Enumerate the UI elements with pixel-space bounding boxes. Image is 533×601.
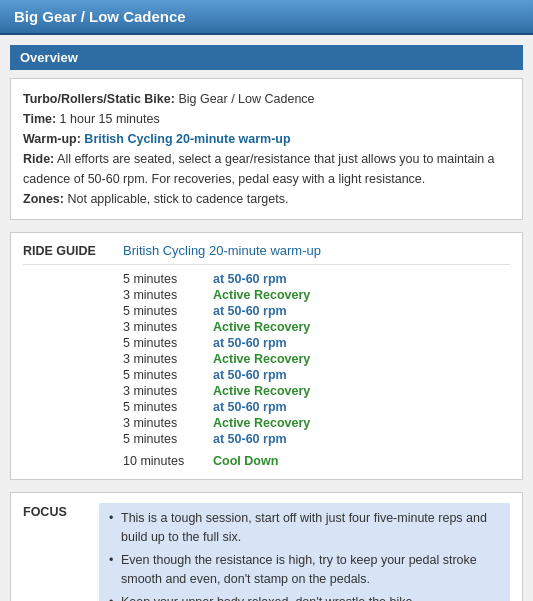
schedule-activity: Active Recovery <box>213 352 310 366</box>
schedule-activity: at 50-60 rpm <box>213 400 287 414</box>
schedule-list: 5 minutesat 50-60 rpm3 minutesActive Rec… <box>23 271 510 447</box>
bike-type-label: Turbo/Rollers/Static Bike: <box>23 92 175 106</box>
ride-guide-label: RIDE GUIDE <box>23 244 103 258</box>
overview-bike-line: Turbo/Rollers/Static Bike: Big Gear / Lo… <box>23 89 510 109</box>
cooldown-row: 10 minutes Cool Down <box>23 453 510 469</box>
ride-guide-warmup-link[interactable]: British Cycling 20-minute warm-up <box>123 243 321 258</box>
schedule-activity: Active Recovery <box>213 288 310 302</box>
schedule-activity: at 50-60 rpm <box>213 304 287 318</box>
schedule-time: 3 minutes <box>123 288 213 302</box>
schedule-time: 3 minutes <box>123 384 213 398</box>
focus-label: FOCUS <box>23 503 83 601</box>
schedule-row: 5 minutesat 50-60 rpm <box>123 303 510 319</box>
overview-box: Turbo/Rollers/Static Bike: Big Gear / Lo… <box>10 78 523 220</box>
schedule-row: 3 minutesActive Recovery <box>123 319 510 335</box>
focus-content: This is a tough session, start off with … <box>99 503 510 601</box>
schedule-time: 5 minutes <box>123 272 213 286</box>
ride-label: Ride: <box>23 152 54 166</box>
ride-text: All efforts are seated, select a gear/re… <box>23 152 495 186</box>
schedule-activity: at 50-60 rpm <box>213 336 287 350</box>
schedule-time: 3 minutes <box>123 352 213 366</box>
schedule-row: 5 minutesat 50-60 rpm <box>123 335 510 351</box>
ride-guide-section: RIDE GUIDE British Cycling 20-minute war… <box>10 232 523 480</box>
schedule-time: 5 minutes <box>123 368 213 382</box>
time-label: Time: <box>23 112 56 126</box>
schedule-time: 3 minutes <box>123 416 213 430</box>
focus-point: Keep your upper body relaxed, don't wres… <box>107 593 502 602</box>
overview-section: Overview Turbo/Rollers/Static Bike: Big … <box>10 45 523 220</box>
cooldown-schedule-row: 10 minutes Cool Down <box>123 453 510 469</box>
schedule-row: 3 minutesActive Recovery <box>123 351 510 367</box>
focus-row: FOCUS This is a tough session, start off… <box>23 503 510 601</box>
schedule-time: 5 minutes <box>123 432 213 446</box>
overview-ride-line: Ride: All efforts are seated, select a g… <box>23 149 510 189</box>
schedule-row: 5 minutesat 50-60 rpm <box>123 431 510 447</box>
overview-header: Overview <box>10 45 523 70</box>
schedule-row: 3 minutesActive Recovery <box>123 383 510 399</box>
detail-section: FOCUS This is a tough session, start off… <box>10 492 523 601</box>
schedule-activity: at 50-60 rpm <box>213 368 287 382</box>
focus-list: This is a tough session, start off with … <box>107 509 502 601</box>
schedule-activity: at 50-60 rpm <box>213 432 287 446</box>
schedule-activity: Active Recovery <box>213 384 310 398</box>
page-title: Big Gear / Low Cadence <box>14 8 186 25</box>
cooldown-activity: Cool Down <box>213 454 278 468</box>
focus-point: Even though the resistance is high, try … <box>107 551 502 590</box>
overview-time-line: Time: 1 hour 15 minutes <box>23 109 510 129</box>
overview-zones-line: Zones: Not applicable, stick to cadence … <box>23 189 510 209</box>
schedule-row: 5 minutesat 50-60 rpm <box>123 271 510 287</box>
schedule-row: 5 minutesat 50-60 rpm <box>123 367 510 383</box>
cooldown-time: 10 minutes <box>123 454 213 468</box>
title-bar: Big Gear / Low Cadence <box>0 0 533 35</box>
overview-warmup-line: Warm-up: British Cycling 20-minute warm-… <box>23 129 510 149</box>
warmup-label: Warm-up: <box>23 132 81 146</box>
schedule-time: 5 minutes <box>123 336 213 350</box>
time-value: 1 hour 15 minutes <box>60 112 160 126</box>
content-area: Overview Turbo/Rollers/Static Bike: Big … <box>0 35 533 601</box>
schedule-row: 5 minutesat 50-60 rpm <box>123 399 510 415</box>
ride-guide-header: RIDE GUIDE British Cycling 20-minute war… <box>23 243 510 265</box>
zones-label: Zones: <box>23 192 64 206</box>
schedule-activity: Active Recovery <box>213 320 310 334</box>
schedule-row: 3 minutesActive Recovery <box>123 415 510 431</box>
warmup-link[interactable]: British Cycling 20-minute warm-up <box>84 132 290 146</box>
schedule-time: 5 minutes <box>123 400 213 414</box>
zones-text: Not applicable, stick to cadence targets… <box>67 192 288 206</box>
schedule-row: 3 minutesActive Recovery <box>123 287 510 303</box>
schedule-time: 3 minutes <box>123 320 213 334</box>
bike-type-value: Big Gear / Low Cadence <box>178 92 314 106</box>
schedule-activity: Active Recovery <box>213 416 310 430</box>
schedule-time: 5 minutes <box>123 304 213 318</box>
schedule-activity: at 50-60 rpm <box>213 272 287 286</box>
focus-point: This is a tough session, start off with … <box>107 509 502 548</box>
